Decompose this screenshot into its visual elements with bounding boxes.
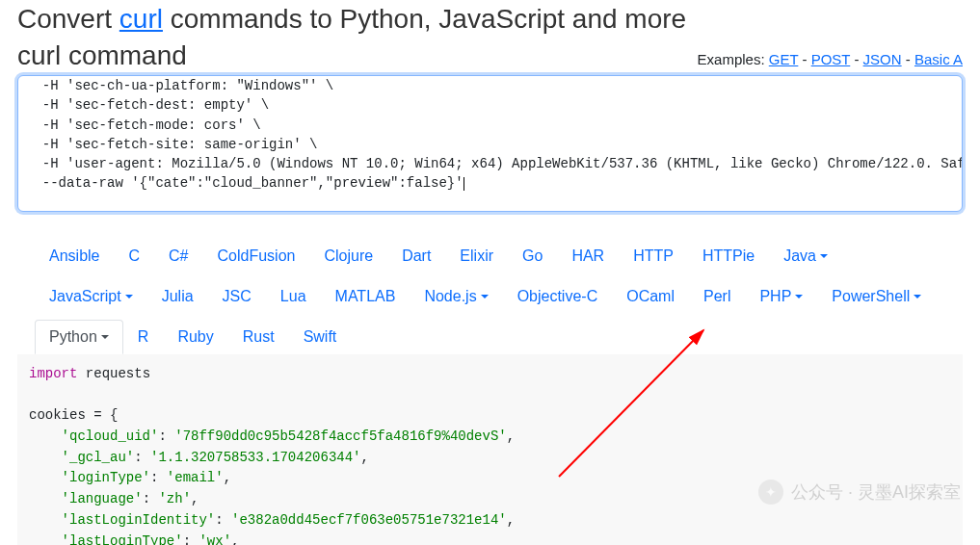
tab-julia[interactable]: Julia [147, 279, 208, 314]
chevron-down-icon [101, 335, 109, 339]
tab-node-js[interactable]: Node.js [410, 279, 502, 314]
tab-coldfusion[interactable]: ColdFusion [203, 239, 310, 273]
tab-c[interactable]: C [114, 239, 154, 273]
tab-perl[interactable]: Perl [689, 279, 745, 314]
tab-lua[interactable]: Lua [266, 279, 321, 314]
curl-link[interactable]: curl [119, 4, 163, 34]
tab-matlab[interactable]: MATLAB [321, 279, 411, 314]
code-output: import requests cookies = { 'qcloud_uid'… [17, 354, 963, 545]
tab-objective-c[interactable]: Objective-C [503, 279, 613, 314]
tab-go[interactable]: Go [508, 239, 557, 273]
language-tabs: AnsibleCC#ColdFusionClojureDartElixirGoH… [0, 239, 980, 354]
tab-swift[interactable]: Swift [289, 320, 352, 354]
example-link-get[interactable]: GET [769, 51, 799, 67]
tab-java[interactable]: Java [769, 239, 842, 273]
tab-ansible[interactable]: Ansible [35, 239, 114, 273]
tab-powershell[interactable]: PowerShell [817, 279, 936, 314]
watermark: ✦ 公众号 · 灵墨AI探索室 [758, 480, 961, 505]
wechat-icon: ✦ [758, 480, 783, 505]
tab-rust[interactable]: Rust [228, 320, 289, 354]
section-heading: curl command [17, 40, 187, 71]
tab-c-[interactable]: C# [154, 239, 202, 273]
chevron-down-icon [481, 295, 489, 298]
page-title: Convert curl commands to Python, JavaScr… [0, 0, 980, 35]
curl-input[interactable]: -H 'sec-ch-ua-platform: "Windows"' \ -H … [17, 75, 963, 212]
examples: Examples: GET - POST - JSON - Basic A [698, 51, 963, 67]
example-link-json[interactable]: JSON [863, 51, 902, 67]
chevron-down-icon [125, 295, 133, 298]
chevron-down-icon [914, 295, 921, 298]
tab-r[interactable]: R [123, 320, 164, 354]
example-link-basic-a[interactable]: Basic A [914, 51, 963, 67]
tab-javascript[interactable]: JavaScript [35, 279, 147, 314]
tab-http[interactable]: HTTP [619, 239, 688, 273]
tab-php[interactable]: PHP [745, 279, 817, 314]
tab-python[interactable]: Python [35, 320, 123, 354]
chevron-down-icon [795, 295, 803, 298]
tab-dart[interactable]: Dart [387, 239, 445, 273]
tab-elixir[interactable]: Elixir [445, 239, 508, 273]
watermark-text: 公众号 · 灵墨AI探索室 [791, 480, 961, 504]
chevron-down-icon [820, 254, 828, 258]
examples-label: Examples: [698, 51, 769, 67]
tab-httpie[interactable]: HTTPie [688, 239, 769, 273]
title-text-pre: Convert [17, 4, 119, 34]
title-text-post: commands to Python, JavaScript and more [163, 4, 686, 34]
tab-ocaml[interactable]: OCaml [612, 279, 689, 314]
tab-har[interactable]: HAR [557, 239, 619, 273]
tab-ruby[interactable]: Ruby [163, 320, 227, 354]
tab-clojure[interactable]: Clojure [309, 239, 387, 273]
tab-jsc[interactable]: JSC [208, 279, 266, 314]
example-link-post[interactable]: POST [811, 51, 851, 67]
